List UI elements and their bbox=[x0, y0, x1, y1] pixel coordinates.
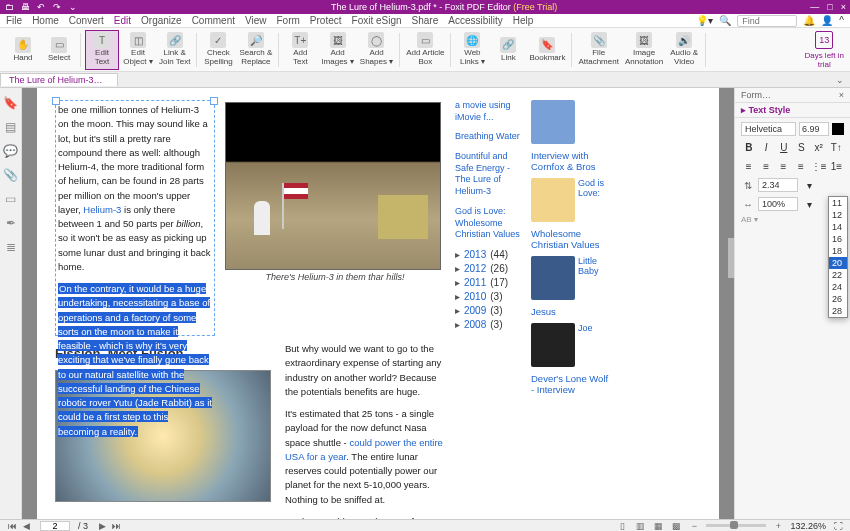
underline-button[interactable]: U bbox=[776, 139, 792, 155]
sidebar-link[interactable]: Bountiful and Safe Energy - The Lure of … bbox=[455, 151, 521, 198]
document-tab[interactable]: The Lure of Helium-3… bbox=[0, 73, 118, 86]
menu-convert[interactable]: Convert bbox=[69, 15, 104, 26]
qat-redo-icon[interactable]: ↷ bbox=[52, 2, 62, 12]
menu-esign[interactable]: Foxit eSign bbox=[352, 15, 402, 26]
font-size-option[interactable]: 14 bbox=[829, 221, 847, 233]
ribbon-select[interactable]: ▭Select bbox=[42, 30, 76, 70]
font-size-option[interactable]: 22 bbox=[829, 269, 847, 281]
ribbon-add-shapes-[interactable]: ◯Add Shapes ▾ bbox=[358, 30, 395, 70]
bookmarks-panel-icon[interactable]: 🔖 bbox=[4, 96, 18, 110]
ribbon-add-images-[interactable]: 🖼Add Images ▾ bbox=[319, 30, 355, 70]
line-spacing-input[interactable]: 2.34 bbox=[758, 178, 798, 192]
font-size-option[interactable]: 11 bbox=[829, 197, 847, 209]
menu-share[interactable]: Share bbox=[412, 15, 439, 26]
thumbnail-caption[interactable]: Jesus bbox=[531, 306, 613, 317]
thumbnail-caption[interactable]: Dever's Lone Wolf - Interview bbox=[531, 373, 613, 395]
italic-button[interactable]: I bbox=[759, 139, 775, 155]
prev-page-button[interactable]: ◀ bbox=[20, 521, 32, 531]
signatures-panel-icon[interactable]: ✒ bbox=[4, 216, 18, 230]
qat-undo-icon[interactable]: ↶ bbox=[36, 2, 46, 12]
inline-link[interactable]: Helium-3 bbox=[83, 204, 121, 215]
ribbon-check-spelling[interactable]: ✓Check Spelling bbox=[201, 30, 235, 70]
notifications-icon[interactable]: 🔔 bbox=[803, 15, 815, 26]
ribbon-collapse-icon[interactable]: ^ bbox=[839, 15, 844, 26]
archive-year-row[interactable]: ▸ 2013 (44) bbox=[455, 249, 521, 260]
menu-protect[interactable]: Protect bbox=[310, 15, 342, 26]
font-size-option[interactable]: 12 bbox=[829, 209, 847, 221]
menu-file[interactable]: File bbox=[6, 15, 22, 26]
menu-edit[interactable]: Edit bbox=[114, 15, 131, 26]
pages-panel-icon[interactable]: ▤ bbox=[4, 120, 18, 134]
window-close-icon[interactable]: × bbox=[841, 2, 846, 12]
layout-wrap-icon[interactable]: ▩ bbox=[670, 521, 682, 531]
ribbon-add-article-box[interactable]: ▭Add Article Box bbox=[404, 30, 446, 70]
thumbnail-caption[interactable]: Interview with Cornfox & Bros bbox=[531, 150, 613, 172]
sidebar-link[interactable]: God is Love: Wholesome Christian Values bbox=[455, 206, 521, 241]
last-page-button[interactable]: ⏭ bbox=[110, 521, 122, 531]
ribbon-image-annotation[interactable]: 🖼Image Annotation bbox=[623, 30, 665, 70]
menu-accessibility[interactable]: Accessibility bbox=[448, 15, 502, 26]
spacing-more-icon[interactable]: ▾ bbox=[801, 177, 817, 193]
number-list-button[interactable]: 1≡ bbox=[829, 158, 844, 174]
qat-print-icon[interactable]: 🖶 bbox=[20, 2, 30, 12]
menu-view[interactable]: View bbox=[245, 15, 267, 26]
font-size-dropdown[interactable]: 11121416182022242628 bbox=[828, 196, 848, 318]
ribbon-edit-text[interactable]: TEdit Text bbox=[85, 30, 119, 70]
superscript-button[interactable]: x² bbox=[811, 139, 827, 155]
ribbon-bookmark[interactable]: 🔖Bookmark bbox=[527, 30, 567, 70]
font-size-option[interactable]: 20 bbox=[829, 257, 847, 269]
archive-year-row[interactable]: ▸ 2010 (3) bbox=[455, 291, 521, 302]
align-right-button[interactable]: ≡ bbox=[776, 158, 791, 174]
window-maximize-icon[interactable]: □ bbox=[827, 2, 832, 12]
ribbon-link-join-text[interactable]: 🔗Link & Join Text bbox=[157, 30, 192, 70]
strikethrough-button[interactable]: S bbox=[794, 139, 810, 155]
archive-year-row[interactable]: ▸ 2008 (3) bbox=[455, 319, 521, 330]
font-size-option[interactable]: 18 bbox=[829, 245, 847, 257]
text-style-section[interactable]: Text Style bbox=[749, 105, 791, 115]
ribbon-add-text[interactable]: T+Add Text bbox=[283, 30, 317, 70]
window-minimize-icon[interactable]: — bbox=[810, 2, 819, 12]
ribbon-audio-video[interactable]: 🔊Audio & Video bbox=[667, 30, 701, 70]
qat-more-icon[interactable]: ⌄ bbox=[68, 2, 78, 12]
align-justify-button[interactable]: ≡ bbox=[793, 158, 808, 174]
ribbon-link[interactable]: 🔗Link bbox=[491, 30, 525, 70]
grow-font-button[interactable]: T↑ bbox=[829, 139, 845, 155]
font-size-option[interactable]: 28 bbox=[829, 305, 847, 317]
trial-countdown[interactable]: 13 Days left in trial bbox=[804, 31, 844, 69]
ribbon-search-replace[interactable]: 🔎Search & Replace bbox=[237, 30, 274, 70]
next-page-button[interactable]: ▶ bbox=[96, 521, 108, 531]
font-size-option[interactable]: 26 bbox=[829, 293, 847, 305]
menu-home[interactable]: Home bbox=[32, 15, 59, 26]
first-page-button[interactable]: ⏮ bbox=[6, 521, 18, 531]
zoom-slider[interactable] bbox=[706, 524, 766, 527]
layout-single-icon[interactable]: ▯ bbox=[616, 521, 628, 531]
thumbnail-row[interactable]: Joe bbox=[531, 323, 613, 367]
font-color-swatch[interactable] bbox=[832, 123, 844, 135]
menu-organize[interactable]: Organize bbox=[141, 15, 182, 26]
fullscreen-button[interactable]: ⛶ bbox=[832, 521, 844, 531]
font-family-select[interactable]: Helvetica bbox=[741, 122, 796, 136]
ribbon-edit-object-[interactable]: ◫Edit Object ▾ bbox=[121, 30, 155, 70]
zoom-level-label[interactable]: 132.26% bbox=[790, 521, 826, 531]
tabs-overflow-icon[interactable]: ⌄ bbox=[830, 75, 850, 85]
menu-form[interactable]: Form bbox=[277, 15, 300, 26]
search-input[interactable] bbox=[737, 15, 797, 27]
menu-help[interactable]: Help bbox=[513, 15, 534, 26]
tell-me-icon[interactable]: 💡▾ bbox=[696, 15, 713, 26]
comments-panel-icon[interactable]: 💬 bbox=[4, 144, 18, 158]
archive-year-row[interactable]: ▸ 2009 (3) bbox=[455, 305, 521, 316]
thumbnail-row[interactable]: Little Baby bbox=[531, 256, 613, 300]
align-center-button[interactable]: ≡ bbox=[758, 158, 773, 174]
user-icon[interactable]: 👤 bbox=[821, 15, 833, 26]
thumbnail-row[interactable] bbox=[531, 100, 613, 144]
bullet-list-button[interactable]: ⋮≡ bbox=[811, 158, 827, 174]
layers-panel-icon[interactable]: ≣ bbox=[4, 240, 18, 254]
sidebar-link[interactable]: a movie using iMovie f... bbox=[455, 100, 521, 123]
menu-comment[interactable]: Comment bbox=[192, 15, 235, 26]
zoom-out-button[interactable]: − bbox=[688, 521, 700, 531]
horizontal-scale-input[interactable]: 100% bbox=[758, 197, 798, 211]
bold-button[interactable]: B bbox=[741, 139, 757, 155]
fields-panel-icon[interactable]: ▭ bbox=[4, 192, 18, 206]
font-size-option[interactable]: 24 bbox=[829, 281, 847, 293]
selected-text[interactable]: On the contrary, it would be a huge unde… bbox=[58, 283, 212, 437]
